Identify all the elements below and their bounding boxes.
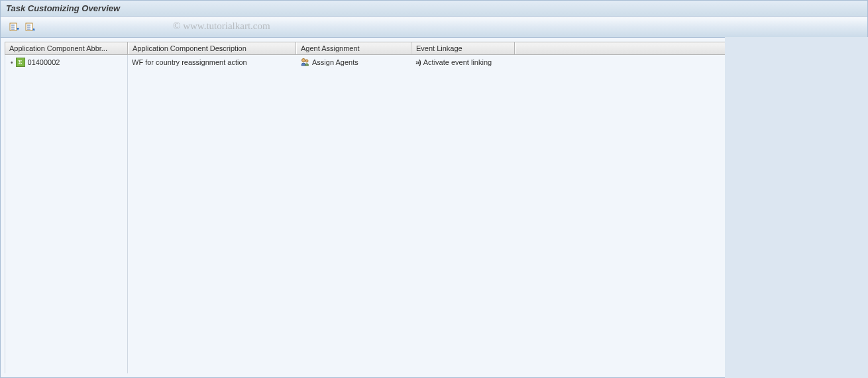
- tree-node-label: 01400002: [28, 58, 60, 66]
- desc-cell: WF for country reassignment action: [128, 56, 296, 68]
- desc-text: WF for country reassignment action: [132, 58, 247, 66]
- table-body: • Σ 01400002 WF for country reassignment…: [5, 55, 726, 373]
- agent-text: Assign Agents: [312, 58, 358, 66]
- expand-subtree-button[interactable]: [9, 21, 21, 33]
- desc-column: WF for country reassignment action: [128, 55, 296, 373]
- column-header-blank: [515, 42, 726, 54]
- tree-column: • Σ 01400002: [5, 55, 128, 373]
- svg-point-8: [302, 59, 305, 62]
- table-header-row: Application Component Abbr... Applicatio…: [5, 42, 726, 55]
- watermark-text: © www.tutorialkart.com: [173, 21, 270, 32]
- event-cell[interactable]: ») Activate event linking: [411, 56, 514, 68]
- event-column: ») Activate event linking: [411, 55, 515, 373]
- table-wrapper: Application Component Abbr... Applicatio…: [5, 42, 726, 373]
- sigma-icon: Σ: [16, 58, 25, 67]
- collapse-tree-icon: [25, 22, 36, 32]
- column-header-abbr[interactable]: Application Component Abbr...: [5, 42, 128, 54]
- agent-cell[interactable]: Assign Agents: [296, 56, 411, 68]
- collapse-subtree-button[interactable]: [25, 21, 36, 33]
- page-title: Task Customizing Overview: [6, 3, 120, 13]
- expand-tree-icon: [9, 22, 20, 32]
- tree-node[interactable]: • Σ 01400002: [5, 56, 127, 68]
- tree-bullet-icon: •: [11, 59, 13, 66]
- titlebar: Task Customizing Overview: [1, 1, 867, 17]
- toolbar: © www.tutorialkart.com: [1, 17, 867, 38]
- event-text: Activate event linking: [423, 58, 492, 66]
- blank-column: [515, 55, 726, 373]
- column-header-event[interactable]: Event Linkage: [411, 42, 515, 54]
- event-link-icon: »): [415, 58, 421, 66]
- app-window: Task Customizing Overview: [0, 0, 868, 378]
- column-header-desc[interactable]: Application Component Description: [128, 42, 296, 54]
- assign-agents-icon: [300, 58, 309, 67]
- agent-column: Assign Agents: [296, 55, 411, 373]
- svg-point-9: [305, 60, 308, 62]
- right-gutter: [725, 37, 868, 378]
- column-header-agent[interactable]: Agent Assignment: [296, 42, 411, 54]
